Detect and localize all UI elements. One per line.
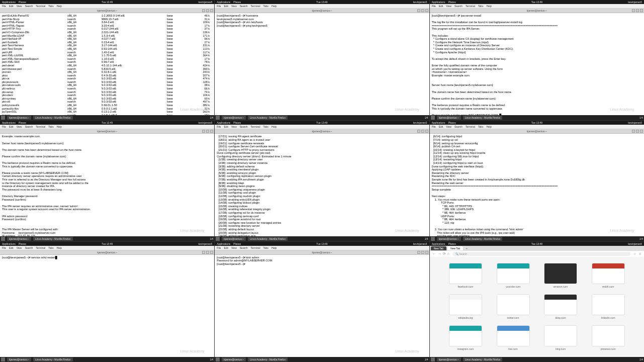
menu-item[interactable]: View [231,5,237,8]
terminal[interactable]: Example: master.example.com. Server host… [0,134,214,236]
menu-item[interactable]: Tabs [478,125,484,128]
menu-item[interactable]: Tabs [48,246,54,249]
menu-item[interactable]: Tabs [263,246,269,249]
menu-item[interactable]: Search [25,246,33,249]
menu-item[interactable]: Edit [439,5,443,8]
menu-item[interactable]: View [17,246,22,249]
menu-item[interactable]: Search [240,246,248,249]
close-btn[interactable] [210,9,213,12]
url-search[interactable]: 🔍 Search [452,252,631,256]
menu-item[interactable]: File [432,125,436,128]
menu-icon[interactable]: ≡ [639,252,641,255]
menu-item[interactable]: View [17,5,22,8]
menu-item[interactable]: Edit [439,125,443,128]
reload-icon[interactable]: ⟳ [443,252,446,256]
fwd-icon[interactable]: → [438,252,441,256]
menu-item[interactable]: Help [271,5,277,8]
menu-item[interactable]: Terminal [251,125,260,128]
menu-item[interactable]: Terminal [36,246,45,249]
top-site-tile[interactable]: linkedin.com [587,294,629,319]
top-site-tile[interactable]: ebay.com [540,294,582,319]
menu-item[interactable]: Search [454,5,463,8]
top-site-tile[interactable]: facebook.com [445,263,487,288]
taskbar-app[interactable]: Linux Academy - Mozilla Firefox [33,116,73,120]
top-site-tile[interactable]: reddit.com [587,263,629,288]
menu-item[interactable]: Tabs [263,5,269,8]
back-icon[interactable]: ← [433,252,436,256]
menu-item[interactable]: File [2,5,6,8]
terminal[interactable]: [root@kevinjames5 ~]# ipa-server-install… [430,13,644,115]
max-btn[interactable] [206,9,209,12]
watermark: Linux Academy [180,108,204,111]
menu-item[interactable]: Terminal [36,125,45,128]
menu-item[interactable]: Help [486,5,491,8]
menu-item[interactable]: Search [240,125,248,128]
new-tab-btn[interactable]: + [464,247,469,250]
top-site-tile[interactable]: instagram.com [445,325,487,350]
apps-menu[interactable]: Applications [2,1,16,4]
terminal[interactable]: [root@kevinjames5 ~]# kinit adminPasswor… [215,255,429,357]
top-site-tile[interactable]: bing.com [540,325,582,350]
menu-item[interactable]: Edit [224,246,228,249]
menu-item[interactable]: Search [454,125,463,128]
terminal[interactable]: [root@kevinjames5 ~]# hostnamekevinjames… [215,13,429,115]
menu-item[interactable]: Tabs [48,5,54,8]
menu-item[interactable]: File [432,5,436,8]
menu-item[interactable]: Help [271,246,277,249]
menu-item[interactable]: Edit [9,5,14,8]
tile-label: pinterest.com [601,347,616,350]
top-site-tile[interactable]: twitter.com [492,294,534,319]
menu-item[interactable]: Terminal [251,5,260,8]
top-site-tile[interactable]: wikipedia.org [445,294,487,319]
browser-tab[interactable]: New Tab [431,246,446,250]
menu-item[interactable]: Search [25,125,33,128]
browser-tab[interactable]: New Tab [447,246,463,250]
home-icon[interactable]: ⌂ [447,252,449,256]
menu-item[interactable]: Search [25,5,33,8]
menu-item[interactable]: Terminal [36,5,45,8]
menu-item[interactable]: View [231,246,237,249]
menu-item[interactable]: File [2,125,6,128]
taskbar-icon[interactable] [1,116,5,120]
package-row: policycoreutilsx86_640.96.01.1-50base382… [2,104,212,107]
terminal[interactable]: perl-ExtUtils-ParseXSx86_641:2.2003.0-14… [0,13,214,115]
menu-item[interactable]: Help [57,5,62,8]
bookmark-icon[interactable]: ☆ [633,252,636,255]
menu-item[interactable]: Help [57,246,62,249]
menu-item[interactable]: View [446,125,451,128]
top-site-tile[interactable]: amazon.com [540,263,582,288]
menu-item[interactable]: Tabs [478,5,484,8]
places-menu[interactable]: Places [19,1,26,4]
terminal[interactable]: [root@kevinjames5 ~]# service sshd resta… [0,255,214,357]
taskbar-app[interactable]: kjames@centos:~ [7,116,31,120]
menu-item[interactable]: View [17,125,22,128]
menu-item[interactable]: Terminal [251,246,260,249]
menu-item[interactable]: Tabs [263,125,269,128]
top-site-tile[interactable]: live.com [492,325,534,350]
panel-6: ApplicationsPlacesTue 13:49kevinjames5 F… [430,121,644,241]
menu-item[interactable]: Edit [9,246,14,249]
panel-8: ApplicationsPlacesTue 13:49kevinjames5 F… [215,242,429,362]
menu-item[interactable]: View [231,125,237,128]
menu-item[interactable]: File [217,246,221,249]
terminal[interactable]: [6/14]: configuring httpd [7/14]: settin… [430,134,644,236]
menu-item[interactable]: View [446,5,451,8]
min-btn[interactable] [202,9,205,12]
menu-item[interactable]: Help [486,125,491,128]
menu-item[interactable]: Edit [224,5,228,8]
menu-item[interactable]: Terminal [466,125,475,128]
menu-item[interactable]: Help [271,125,277,128]
menu-item[interactable]: Terminal [466,5,475,8]
terminal[interactable]: [17/21]: issuing RA agent certificate [1… [215,134,429,236]
menu-item[interactable]: Search [240,5,248,8]
user-menu[interactable]: kevinjames5 [199,1,213,4]
menu-item[interactable]: Edit [224,125,228,128]
top-site-tile[interactable]: youtube.com [492,263,534,288]
top-site-tile[interactable]: pinterest.com [587,325,629,350]
menu-item[interactable]: File [217,5,221,8]
menu-item[interactable]: Help [57,125,62,128]
menu-item[interactable]: File [2,246,6,249]
menu-item[interactable]: File [217,125,221,128]
menu-item[interactable]: Edit [9,125,14,128]
menu-item[interactable]: Tabs [48,125,54,128]
